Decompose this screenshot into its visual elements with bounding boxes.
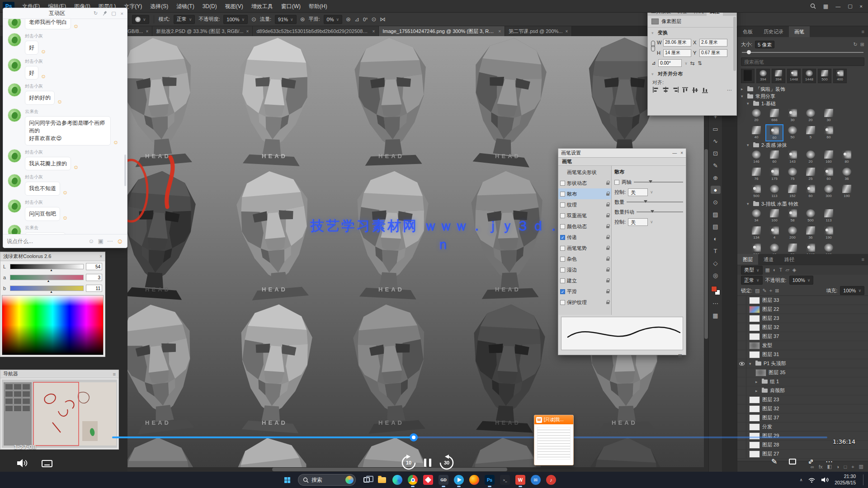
new-brush-icon[interactable]: ⊞ bbox=[678, 353, 682, 359]
reset-angle-icon[interactable]: ↻ bbox=[854, 42, 858, 47]
recent-brush-1[interactable]: 394 bbox=[772, 69, 785, 83]
checkbox[interactable] bbox=[560, 257, 565, 262]
brush-color-swatch[interactable] bbox=[741, 69, 755, 83]
slider-value[interactable] bbox=[86, 274, 102, 281]
dock-tab-1[interactable]: 历史记录 bbox=[758, 26, 789, 37]
brush-preset[interactable]: 134 bbox=[747, 225, 765, 242]
clone-stamp-tool[interactable]: ⊙ bbox=[711, 198, 721, 206]
color-spectrum[interactable] bbox=[2, 295, 104, 355]
layers-action-icon[interactable]: + bbox=[851, 464, 854, 469]
brush-preset[interactable]: 25 bbox=[802, 166, 820, 183]
brush-setting-item-1[interactable]: 散布 bbox=[558, 188, 611, 199]
doc-tab-5[interactable]: 第二节课.psd @ 200%... × bbox=[505, 26, 572, 36]
scrollbar-thumb[interactable] bbox=[272, 468, 507, 471]
checkbox[interactable]: ✓ bbox=[560, 235, 565, 240]
slider-value[interactable] bbox=[86, 285, 102, 292]
blur-tool[interactable]: ◐ bbox=[711, 235, 721, 243]
filter-icon[interactable]: ◐ bbox=[773, 267, 776, 273]
brush-preset[interactable]: 36 bbox=[838, 166, 856, 183]
gift-emoji-icon[interactable]: ☺ bbox=[117, 237, 123, 245]
brush-setting-item-9[interactable]: 建立 bbox=[558, 275, 611, 286]
taskbar-app-music[interactable]: ♪ bbox=[544, 473, 558, 487]
brush-preset[interactable]: 500 bbox=[802, 207, 820, 225]
more-icon[interactable]: ⋯ bbox=[826, 457, 833, 466]
brush-preset[interactable]: 500 bbox=[747, 242, 765, 254]
brush-preset[interactable]: 146 bbox=[747, 149, 765, 166]
brush-preset[interactable]: 75 bbox=[783, 166, 802, 183]
zoom-tool[interactable]: ◎ bbox=[711, 271, 721, 279]
layers-tab-2[interactable]: 路径 bbox=[779, 254, 800, 265]
color-panel-header[interactable]: 浅绿素材Coolorus 2.6 × bbox=[0, 252, 105, 261]
brush-preset[interactable]: 113 bbox=[765, 183, 783, 200]
clock[interactable]: 21:30 2025/8/15 bbox=[835, 474, 856, 486]
brush-group-2[interactable]: ▾1-基础 bbox=[741, 100, 864, 107]
pause-button[interactable] bbox=[424, 455, 431, 471]
tab-close-icon[interactable]: × bbox=[498, 29, 501, 34]
visibility-toggle[interactable] bbox=[737, 323, 746, 332]
scrollbar-thumb[interactable] bbox=[704, 149, 708, 339]
wps-doc-thumbnail[interactable] bbox=[537, 427, 571, 460]
visibility-toggle[interactable] bbox=[737, 395, 746, 404]
filter-icon[interactable]: ◈ bbox=[793, 267, 796, 273]
both-axes-checkbox[interactable] bbox=[614, 180, 619, 185]
recent-brush-5[interactable]: 400 bbox=[833, 69, 847, 83]
layer-row-14[interactable]: 分发 bbox=[737, 422, 868, 432]
brush-preset[interactable]: 50 bbox=[783, 124, 802, 141]
smoothing-gear-icon[interactable]: ⊛ bbox=[346, 16, 351, 23]
taskbar-app-chrome[interactable] bbox=[406, 473, 420, 487]
gradient-tool[interactable]: ▤ bbox=[711, 222, 721, 230]
checkbox[interactable] bbox=[560, 300, 565, 305]
filter-icon[interactable]: T bbox=[779, 267, 783, 273]
foreground-color[interactable] bbox=[711, 286, 717, 292]
taskbar-app-firefox[interactable] bbox=[467, 473, 481, 487]
edit-toolbar-icon[interactable]: ▦ bbox=[711, 311, 721, 319]
align-vcenter-icon[interactable] bbox=[692, 87, 699, 93]
fill-select[interactable]: 100%∨ bbox=[840, 286, 864, 295]
recent-brush-2[interactable]: 1448 bbox=[787, 69, 801, 83]
filter-icon[interactable]: ▦ bbox=[765, 267, 770, 273]
panel-grid-icon[interactable]: ⊞ bbox=[860, 42, 864, 47]
brush-preset[interactable]: 34 bbox=[747, 207, 765, 225]
brush-preset[interactable]: 100 bbox=[765, 207, 783, 225]
emoji-icon[interactable]: ☺ bbox=[88, 238, 94, 244]
filter-icon[interactable]: ▱ bbox=[785, 267, 789, 273]
menu-item-7[interactable]: 3D(D) bbox=[198, 0, 221, 13]
layer-row-0[interactable]: 图层 33 bbox=[737, 296, 868, 305]
tab-close-icon[interactable]: × bbox=[565, 29, 568, 34]
eraser-tool[interactable]: ▨ bbox=[711, 210, 721, 218]
wifi-icon[interactable] bbox=[808, 477, 816, 483]
align-section-title[interactable]: 对齐并分布 bbox=[658, 70, 683, 77]
type-tool[interactable]: T bbox=[711, 247, 721, 255]
visibility-toggle[interactable] bbox=[737, 314, 746, 323]
wps-preview-popup[interactable]: W [只读]我... bbox=[534, 415, 574, 465]
brush-preset[interactable]: 300 bbox=[820, 183, 838, 200]
brush-preset[interactable]: 160 bbox=[820, 149, 838, 166]
brush-preset[interactable]: 20 bbox=[802, 149, 820, 166]
align-hcenter-icon[interactable] bbox=[662, 87, 669, 93]
dock-tab-2[interactable]: 画笔 bbox=[789, 26, 810, 37]
visibility-toggle[interactable] bbox=[737, 305, 746, 314]
image-icon[interactable]: ▣ bbox=[98, 238, 103, 244]
control-select[interactable]: 关 bbox=[628, 188, 648, 196]
close-icon[interactable]: × bbox=[680, 150, 683, 155]
tray-volume-icon[interactable] bbox=[821, 477, 829, 483]
close-icon[interactable]: × bbox=[121, 11, 123, 16]
layers-tab-0[interactable]: 图层 bbox=[737, 254, 758, 265]
eyedropper-tool[interactable]: ✎ bbox=[711, 161, 721, 169]
layer-row-5[interactable]: 发型 bbox=[737, 341, 868, 350]
width-field[interactable] bbox=[663, 39, 691, 47]
more-tools-icon[interactable]: ⋯ bbox=[711, 299, 721, 307]
chat-titlebar[interactable]: 互动区 ↻ ▢ × bbox=[3, 8, 127, 19]
emoji-react-button[interactable]: ☺ bbox=[41, 48, 46, 55]
forward-30-button[interactable]: 30 bbox=[439, 455, 455, 471]
brush-preset[interactable]: 60 bbox=[802, 183, 820, 200]
screenshot-icon[interactable] bbox=[789, 459, 796, 465]
layer-row-2[interactable]: 图层 23 bbox=[737, 314, 868, 323]
align-bottom-icon[interactable] bbox=[702, 87, 709, 93]
flip-horizontal-icon[interactable]: ⇆ bbox=[690, 60, 695, 66]
brush-tip-shape-item[interactable]: 画笔笔尖形状 bbox=[558, 167, 611, 178]
layer-row-3[interactable]: 图层 32 bbox=[737, 323, 868, 332]
scatter-slider[interactable] bbox=[634, 182, 683, 183]
taskbar-app-file-explorer[interactable] bbox=[375, 473, 389, 487]
slider-gradient[interactable]: ▲ bbox=[10, 264, 84, 269]
